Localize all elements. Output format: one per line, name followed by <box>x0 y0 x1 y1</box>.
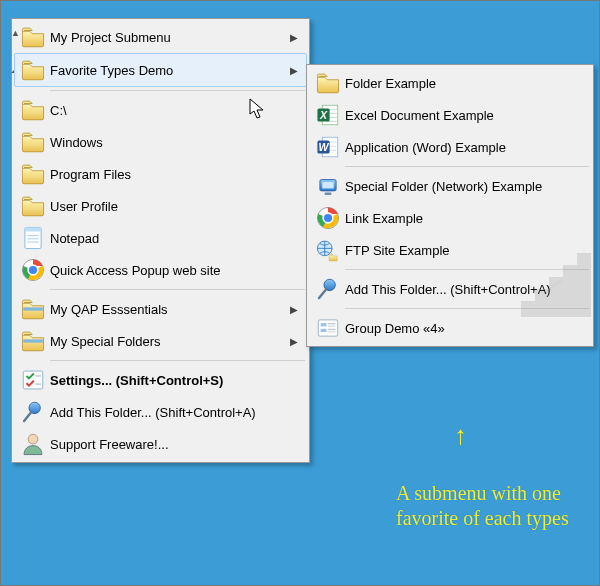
ftp-icon <box>311 237 345 263</box>
menu-item[interactable]: C:\ <box>14 94 307 126</box>
folder-icon <box>16 161 50 187</box>
menu-item-label: Link Example <box>345 211 571 226</box>
folder-icon <box>16 97 50 123</box>
menu-item[interactable]: Add This Folder... (Shift+Control+A) <box>14 396 307 428</box>
menu-item[interactable]: Special Folder (Network) Example <box>309 170 591 202</box>
excel-icon <box>311 102 345 128</box>
menu-item[interactable]: Settings... (Shift+Control+S) <box>14 364 307 396</box>
menu-item-label: Settings... (Shift+Control+S) <box>50 373 287 388</box>
menu-item-label: My Project Submenu <box>50 30 287 45</box>
pin-icon <box>16 399 50 425</box>
context-menu-main[interactable]: ▲ ◢ ▷ My Project Submenu▶Favorite Types … <box>11 18 310 463</box>
submenu-arrow-icon: ▶ <box>287 304 301 315</box>
menu-item-label: Support Freeware!... <box>50 437 287 452</box>
user-icon <box>16 431 50 457</box>
menu-item-label: Application (Word) Example <box>345 140 571 155</box>
annotation-arrow: ↑ <box>454 420 467 451</box>
menu-separator <box>345 269 589 270</box>
menu-item-label: Notepad <box>50 231 287 246</box>
menu-item[interactable]: User Profile <box>14 190 307 222</box>
menu-separator <box>345 308 589 309</box>
submenu-arrow-icon: ▶ <box>287 65 301 76</box>
menu-item-label: Folder Example <box>345 76 571 91</box>
menu-item-label: Quick Access Popup web site <box>50 263 287 278</box>
menu-item-label: Program Files <box>50 167 287 182</box>
chrome-icon <box>16 257 50 283</box>
menu-item[interactable]: Notepad <box>14 222 307 254</box>
submenu-arrow-icon: ▶ <box>287 336 301 347</box>
menu-item[interactable]: Favorite Types Demo▶ <box>14 53 307 87</box>
menu-item[interactable]: Excel Document Example <box>309 99 591 131</box>
menu-item[interactable]: Link Example <box>309 202 591 234</box>
folder-special-icon <box>16 328 50 354</box>
menu-item-label: My Special Folders <box>50 334 287 349</box>
pin-icon <box>311 276 345 302</box>
menu-item[interactable]: Program Files <box>14 158 307 190</box>
submenu-arrow-icon: ▶ <box>287 32 301 43</box>
menu-item[interactable]: Support Freeware!... <box>14 428 307 460</box>
menu-item[interactable]: My Special Folders▶ <box>14 325 307 357</box>
menu-item[interactable]: Folder Example <box>309 67 591 99</box>
folder-icon <box>16 129 50 155</box>
menu-item-label: Favorite Types Demo <box>50 63 287 78</box>
menu-item[interactable]: FTP Site Example <box>309 234 591 266</box>
context-menu-sub[interactable]: Folder ExampleExcel Document ExampleAppl… <box>306 64 594 347</box>
menu-item[interactable]: My Project Submenu▶ <box>14 21 307 53</box>
menu-item[interactable]: Group Demo «4» <box>309 312 591 344</box>
menu-item-label: Windows <box>50 135 287 150</box>
menu-separator <box>50 289 305 290</box>
menu-item-label: Group Demo «4» <box>345 321 571 336</box>
folder-icon <box>16 57 50 83</box>
menu-item-label: Special Folder (Network) Example <box>345 179 571 194</box>
menu-item-label: Add This Folder... (Shift+Control+A) <box>50 405 287 420</box>
menu-separator <box>345 166 589 167</box>
group-icon <box>311 315 345 341</box>
menu-separator <box>50 360 305 361</box>
folder-icon <box>16 193 50 219</box>
settings-icon <box>16 367 50 393</box>
menu-item[interactable]: Add This Folder... (Shift+Control+A) <box>309 273 591 305</box>
menu-item-label: FTP Site Example <box>345 243 571 258</box>
menu-item-label: C:\ <box>50 103 287 118</box>
menu-item-label: User Profile <box>50 199 287 214</box>
menu-item[interactable]: My QAP Esssentials▶ <box>14 293 307 325</box>
annotation-text: A submenu with one favorite of each type… <box>396 481 586 531</box>
network-icon <box>311 173 345 199</box>
menu-item-label: Add This Folder... (Shift+Control+A) <box>345 282 571 297</box>
menu-separator <box>50 90 305 91</box>
menu-item[interactable]: Quick Access Popup web site <box>14 254 307 286</box>
menu-item[interactable]: Windows <box>14 126 307 158</box>
menu-item[interactable]: Application (Word) Example <box>309 131 591 163</box>
folder-icon <box>311 70 345 96</box>
notepad-icon <box>16 225 50 251</box>
word-icon <box>311 134 345 160</box>
folder-special-icon <box>16 296 50 322</box>
folder-icon <box>16 24 50 50</box>
menu-item-label: My QAP Esssentials <box>50 302 287 317</box>
menu-item-label: Excel Document Example <box>345 108 571 123</box>
chrome-icon <box>311 205 345 231</box>
